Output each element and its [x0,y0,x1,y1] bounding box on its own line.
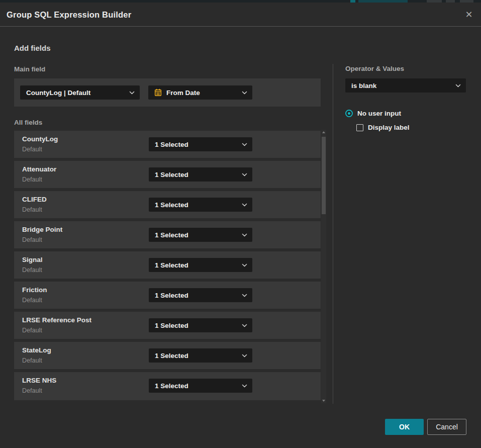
chevron-down-icon [242,294,247,297]
chevron-down-icon [455,84,461,87]
chevron-down-icon [242,354,247,357]
main-field-label: Main field [14,65,45,73]
add-fields-heading: Add fields [14,44,51,52]
field-name: LRSE NHS [22,377,56,384]
field-sublabel: Default [22,357,42,364]
field-sublabel: Default [22,266,42,274]
main-field-field-value: From Date [166,89,200,97]
field-selected-dropdown[interactable]: 1 Selected [149,318,252,332]
field-selected-dropdown[interactable]: 1 Selected [149,228,252,242]
field-name: Friction [22,286,47,294]
scrollbar-up-icon[interactable] [322,131,325,133]
field-name: Signal [22,256,43,263]
cancel-button[interactable]: Cancel [427,419,466,435]
calendar-date-icon [154,88,162,97]
field-row: CLIFED Default 1 Selected [14,191,321,218]
field-sublabel: Default [22,236,42,243]
field-row: Attenuator Default 1 Selected [14,161,321,188]
field-sublabel: Default [22,176,42,183]
field-selected-dropdown[interactable]: 1 Selected [149,288,252,302]
field-sublabel: Default [22,146,42,153]
selected-count: 1 Selected [155,382,188,390]
field-selected-dropdown[interactable]: 1 Selected [149,137,252,151]
chevron-down-icon [242,203,247,207]
selected-count: 1 Selected [155,261,188,269]
operator-values-heading: Operator & Values [345,65,404,72]
selected-count: 1 Selected [155,201,188,209]
chevron-down-icon [242,173,247,176]
chevron-down-icon [242,263,247,267]
main-field-layer-select[interactable]: CountyLog | Default [20,85,140,100]
field-name: Bridge Point [22,226,62,233]
radio-selected-icon [345,110,353,117]
selected-count: 1 Selected [155,292,188,299]
field-name: StateLog [22,346,51,354]
field-sublabel: Default [22,387,42,394]
field-selected-dropdown[interactable]: 1 Selected [149,348,252,363]
no-user-input-radio[interactable]: No user input [345,110,401,117]
field-sublabel: Default [22,297,42,304]
field-row: Signal Default 1 Selected [14,251,321,279]
field-row: StateLog Default 1 Selected [14,342,321,369]
ok-button[interactable]: OK [385,419,424,435]
field-row: LRSE NHS Default 1 Selected [14,372,321,400]
chevron-down-icon [129,91,135,95]
field-selected-dropdown[interactable]: 1 Selected [149,198,252,212]
field-name: Attenuator [22,165,56,173]
selected-count: 1 Selected [155,141,188,148]
chevron-down-icon [242,384,247,388]
field-row: LRSE Reference Post Default 1 Selected [14,312,321,339]
no-user-input-label: No user input [357,110,401,117]
panel-divider [333,64,333,404]
dialog-title: Group SQL Expression Builder [7,3,131,27]
display-label-checkbox[interactable]: Display label [356,124,410,131]
selected-count: 1 Selected [155,352,188,360]
main-field-field-select[interactable]: From Date [148,85,252,100]
display-label-label: Display label [368,124,410,131]
field-row: CountyLog Default 1 Selected [14,131,321,158]
chevron-down-icon [242,324,247,327]
field-name: LRSE Reference Post [22,316,91,324]
scrollbar-down-icon[interactable] [322,400,325,402]
checkbox-unchecked-icon [356,124,363,131]
chevron-down-icon [242,91,247,95]
main-field-layer-value: CountyLog | Default [26,89,90,97]
field-name: CLIFED [22,196,47,203]
field-selected-dropdown[interactable]: 1 Selected [149,167,252,182]
operator-value: is blank [351,82,376,89]
scrollbar-thumb[interactable] [322,137,326,214]
screen: Group SQL Expression Builder ✕ Add field… [0,0,481,448]
selected-count: 1 Selected [155,171,188,178]
field-selected-dropdown[interactable]: 1 Selected [149,379,252,393]
all-fields-label: All fields [14,119,42,126]
chevron-down-icon [242,233,247,237]
field-row: Friction Default 1 Selected [14,282,321,309]
close-icon[interactable]: ✕ [462,8,475,21]
scrollbar[interactable] [321,130,326,403]
field-row: Bridge Point Default 1 Selected [14,221,321,248]
selected-count: 1 Selected [155,322,188,329]
field-sublabel: Default [22,327,42,334]
field-selected-dropdown[interactable]: 1 Selected [149,258,252,272]
chevron-down-icon [242,143,247,146]
field-name: CountyLog [22,135,58,143]
field-sublabel: Default [22,206,42,213]
selected-count: 1 Selected [155,231,188,239]
dialog-header: Group SQL Expression Builder ✕ [0,3,481,27]
operator-select[interactable]: is blank [345,78,466,93]
